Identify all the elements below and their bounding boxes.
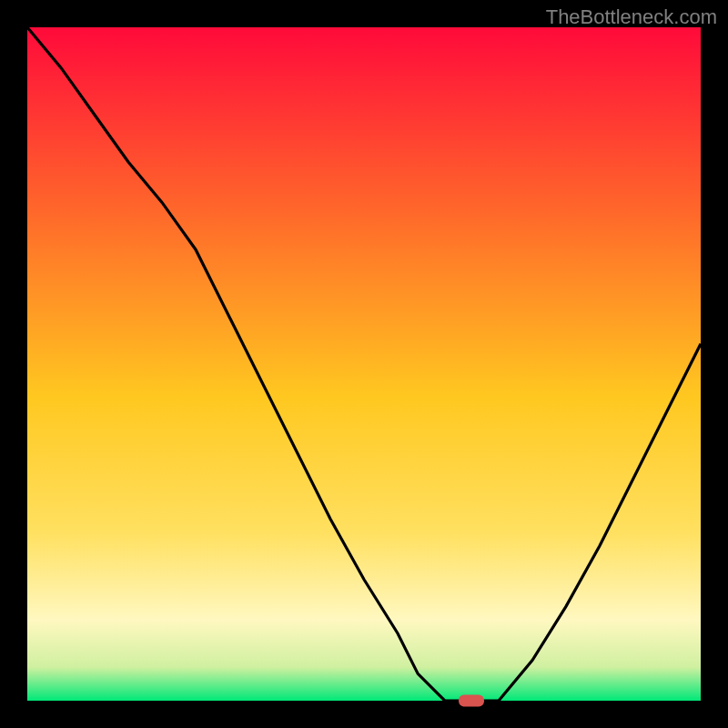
- plot-area: [27, 27, 701, 701]
- curve-line: [27, 27, 701, 701]
- watermark-text: TheBottleneck.com: [546, 5, 717, 29]
- optimal-marker: [459, 695, 484, 707]
